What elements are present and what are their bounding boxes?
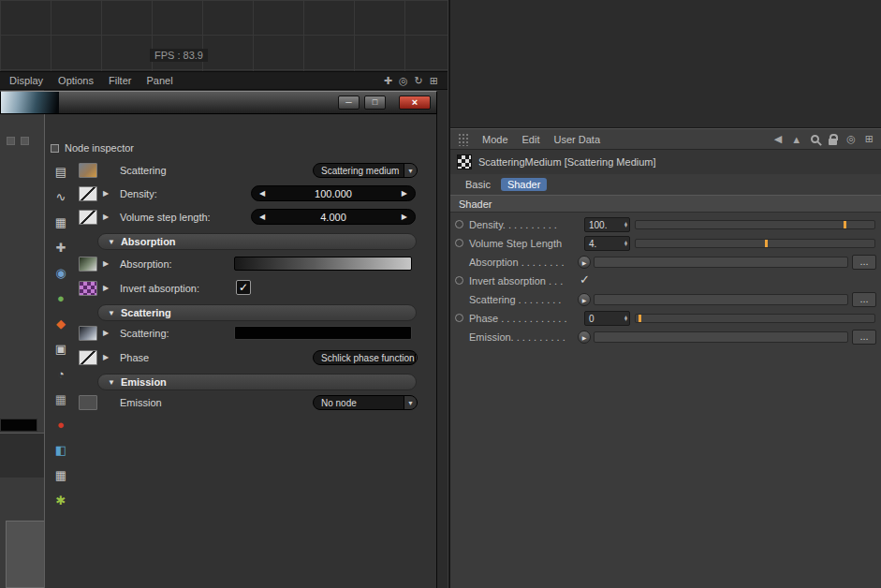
blue-material-icon[interactable]: ◉ [52, 264, 69, 281]
rotate-icon[interactable]: ↻ [415, 75, 423, 87]
add-panel-icon[interactable]: ⊞ [865, 133, 874, 145]
gradient-thumbnail-icon[interactable] [79, 326, 97, 341]
curve-thumbnail-icon[interactable] [79, 350, 97, 365]
expander-icon[interactable]: ▶ [103, 259, 109, 268]
absorption-browse-button[interactable]: ... [852, 255, 876, 270]
slider-marker[interactable] [844, 221, 846, 228]
increment-icon[interactable]: ▶ [402, 189, 407, 198]
phase-input[interactable]: 0 ▴▾ [584, 311, 630, 326]
keyframe-dot[interactable] [455, 314, 463, 322]
close-button[interactable]: × [399, 96, 431, 110]
monitor-icon[interactable]: ▣ [52, 340, 69, 357]
axis-icon[interactable]: ✚ [52, 239, 69, 256]
target-icon[interactable]: ◎ [846, 133, 856, 145]
spinner-icon[interactable]: ▴▾ [624, 222, 629, 228]
volume-step-input[interactable]: 4. ▴▾ [584, 236, 630, 251]
emission-node-dropdown[interactable]: No node ▼ [313, 395, 418, 410]
checker-thumbnail-icon[interactable] [79, 281, 97, 296]
orange-drop-icon[interactable]: ◆ [52, 315, 69, 331]
blank-thumbnail[interactable] [79, 395, 97, 410]
clock-icon[interactable]: ◔ [52, 365, 69, 382]
expander-icon[interactable]: ▶ [103, 284, 109, 292]
density-slider[interactable] [635, 220, 875, 229]
scattering-shader-field[interactable] [594, 294, 848, 305]
maximize-button[interactable]: □ [364, 96, 386, 110]
menu-display[interactable]: Display [9, 75, 43, 86]
density-input[interactable]: ◀ 100.000 ▶ [251, 185, 416, 201]
picture-icon[interactable]: ▦ [52, 466, 69, 483]
expand-play-icon[interactable]: ▶ [578, 331, 591, 344]
absorption-shader-field[interactable] [594, 257, 848, 268]
absorption-section-header[interactable]: ▼ Absorption [97, 233, 417, 250]
emission-shader-field[interactable] [594, 331, 848, 343]
pan-icon[interactable]: ✚ [384, 75, 392, 87]
image-icon[interactable]: ▦ [52, 213, 69, 230]
search-icon[interactable] [811, 135, 819, 143]
expand-play-icon[interactable]: ▶ [578, 293, 591, 306]
toggle-view-icon[interactable]: ⊞ [430, 75, 438, 87]
slider-marker[interactable] [765, 240, 768, 247]
volume-step-input[interactable]: ◀ 4.000 ▶ [251, 209, 416, 225]
curve-thumbnail-icon[interactable] [79, 210, 97, 225]
keyframe-dot[interactable] [455, 276, 463, 285]
section-collapse-icon[interactable]: ▼ [108, 378, 115, 387]
emission-section-header[interactable]: ▼ Emission [97, 374, 417, 390]
spinner-icon[interactable]: ▴▾ [624, 316, 629, 322]
layers-icon[interactable]: ▤ [52, 163, 69, 180]
checker-icon[interactable]: ▦ [52, 390, 69, 407]
dolly-icon[interactable]: ◎ [399, 75, 408, 87]
menu-options[interactable]: Options [58, 75, 94, 86]
sidebar-mini-icon[interactable] [21, 137, 29, 145]
invert-absorption-checkbox[interactable]: ✓ [580, 272, 590, 287]
menu-edit[interactable]: Edit [522, 134, 540, 145]
spline-icon[interactable]: ∿ [52, 188, 69, 205]
chevron-down-icon: ▼ [404, 396, 417, 409]
expand-play-icon[interactable]: ▶ [578, 256, 591, 269]
minimize-button[interactable]: ─ [338, 96, 360, 110]
phase-function-dropdown[interactable]: Schlick phase function ▼ [313, 350, 418, 365]
menu-mode[interactable]: Mode [482, 134, 508, 145]
shader-section-header[interactable]: Shader [450, 195, 881, 213]
emission-browse-button[interactable]: ... [852, 330, 876, 345]
keyframe-dot[interactable] [455, 220, 463, 228]
expander-icon[interactable]: ▶ [103, 353, 109, 361]
increment-icon[interactable]: ▶ [402, 213, 407, 221]
absorption-gradient-field[interactable] [234, 257, 412, 271]
menu-filter[interactable]: Filter [109, 75, 131, 86]
expander-icon[interactable]: ▶ [103, 213, 109, 221]
phase-slider[interactable] [635, 314, 875, 323]
scattering-section-header[interactable]: ▼ Scattering [97, 304, 417, 321]
scattering-browse-button[interactable]: ... [852, 292, 876, 307]
green-sphere-icon[interactable]: ● [52, 289, 69, 306]
red-material-icon[interactable]: ● [52, 416, 69, 433]
section-collapse-icon[interactable]: ▼ [108, 309, 115, 317]
cursor-icon[interactable]: ▲ [791, 134, 801, 145]
density-input[interactable]: 100. ▴▾ [584, 217, 630, 232]
gradient-thumbnail-icon[interactable] [79, 257, 97, 272]
keyframe-dot[interactable] [455, 239, 463, 247]
tab-shader[interactable]: Shader [501, 178, 547, 191]
expander-icon[interactable]: ▶ [103, 189, 109, 198]
medium-thumbnail-icon[interactable] [79, 163, 97, 178]
star-icon[interactable]: ✱ [52, 492, 69, 508]
volume-step-slider[interactable] [635, 239, 875, 248]
sidebar-mini-icon[interactable] [7, 137, 15, 145]
cyan-layers-icon[interactable]: ◧ [52, 441, 69, 458]
invert-absorption-checkbox[interactable]: ✓ [236, 280, 251, 295]
menu-panel[interactable]: Panel [146, 75, 172, 86]
node-inspector-window-titlebar[interactable]: ─ □ × [0, 91, 437, 114]
scattering-color-field[interactable] [234, 326, 412, 340]
viewport-3d[interactable]: FPS : 83.9 [0, 0, 448, 71]
spinner-icon[interactable]: ▴▾ [624, 241, 629, 247]
tab-basic[interactable]: Basic [459, 178, 497, 191]
section-collapse-icon[interactable]: ▼ [108, 238, 115, 246]
history-back-icon[interactable]: ◀ [774, 133, 782, 145]
lock-icon[interactable] [829, 139, 837, 145]
expander-icon[interactable]: ▶ [103, 329, 109, 337]
medium-type-dropdown[interactable]: Scattering medium ▼ [313, 163, 418, 178]
curve-thumbnail-icon[interactable] [79, 186, 97, 201]
menu-user-data[interactable]: User Data [554, 134, 601, 145]
slider-marker[interactable] [639, 315, 641, 322]
color-swatch-black[interactable] [0, 419, 37, 432]
drag-handle[interactable] [458, 133, 468, 146]
